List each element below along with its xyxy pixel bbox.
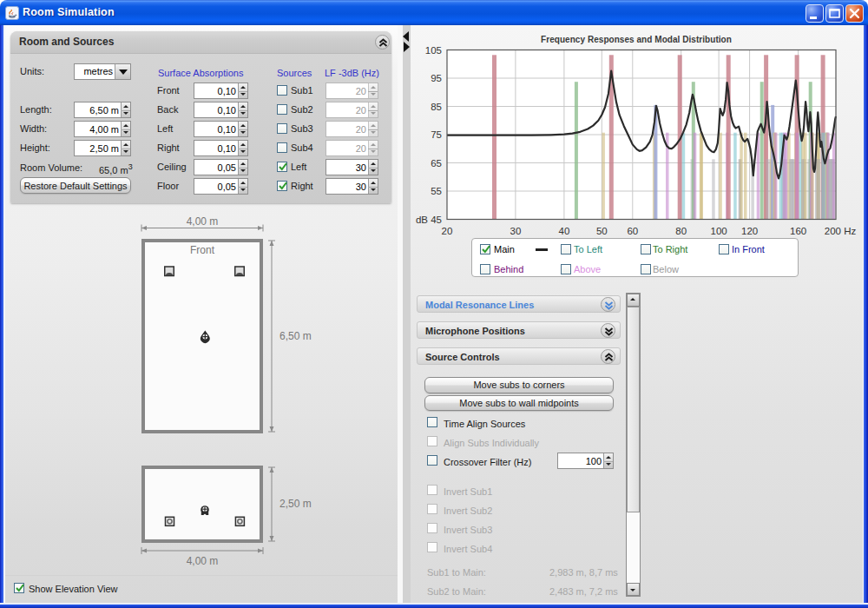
svg-text:95: 95: [431, 73, 442, 83]
svg-text:40: 40: [559, 226, 570, 236]
svg-text:4,00 m: 4,00 m: [187, 215, 219, 228]
svg-text:120: 120: [741, 226, 758, 236]
svg-text:20: 20: [442, 226, 453, 236]
svg-text:2,50 m: 2,50 m: [279, 498, 312, 510]
svg-text:105: 105: [425, 45, 442, 56]
svg-text:60: 60: [627, 226, 638, 236]
svg-text:30: 30: [510, 226, 522, 236]
svg-text:Frequency Responses and Modal: Frequency Responses and Modal Distributi…: [541, 35, 732, 44]
svg-text:55: 55: [431, 186, 442, 196]
svg-text:160: 160: [790, 226, 806, 236]
svg-text:6,50 m: 6,50 m: [279, 330, 312, 342]
svg-text:dB 45: dB 45: [416, 215, 442, 225]
svg-text:80: 80: [675, 226, 687, 236]
svg-text:65: 65: [431, 158, 442, 169]
svg-text:100: 100: [711, 226, 727, 236]
svg-text:200 Hz: 200 Hz: [825, 226, 857, 236]
svg-text:85: 85: [431, 102, 442, 112]
svg-text:Front: Front: [190, 244, 215, 256]
svg-text:75: 75: [431, 129, 442, 140]
svg-text:50: 50: [596, 226, 608, 236]
svg-text:4,00 m: 4,00 m: [187, 555, 219, 567]
